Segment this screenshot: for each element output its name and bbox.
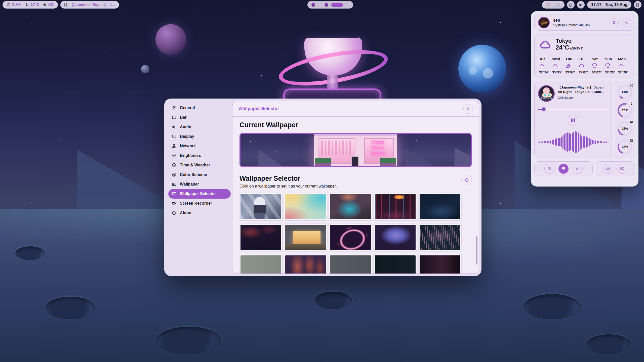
weather-timezone: (GMT+9)	[570, 47, 583, 50]
thermometer-icon	[25, 3, 29, 7]
workspace-dot-3[interactable]	[325, 3, 328, 7]
crater	[156, 327, 221, 354]
wallpaper-thumb-mesh-wave[interactable]	[419, 224, 461, 251]
wallpaper-thumb-sage-grey[interactable]	[239, 254, 282, 274]
settings-gear-button[interactable]: ⚙	[610, 18, 619, 27]
wallpaper-selector-heading: Wallpaper Selector	[239, 175, 337, 183]
top-bar: 1.8%47°C8G 【Japanese Playlist】 J... 17:1…	[0, 0, 644, 10]
wallpaper-thumb-purple-ring[interactable]	[329, 224, 372, 251]
system-tray-pill[interactable]	[542, 1, 565, 9]
crater	[523, 294, 581, 319]
wallpaper-thumb-teal-blur[interactable]	[329, 193, 372, 220]
gauge-disk: 24%	[617, 139, 633, 155]
pause-icon	[64, 3, 67, 7]
wallpaper-thumb-nebula-forest[interactable]	[374, 224, 417, 251]
balanced-button[interactable]	[558, 164, 569, 174]
sidebar-item-time-weather[interactable]: Time & Weather	[168, 160, 231, 170]
stat-gauge: 1.8%	[7, 3, 21, 7]
slider-knob[interactable]	[542, 107, 546, 111]
content-header: Wallpaper Selector ✕	[232, 101, 479, 117]
wallpaper-thumb-lofi-cafe[interactable]	[284, 224, 327, 251]
sidebar-item-wallpaper-selector[interactable]: Wallpaper Selector	[168, 189, 231, 199]
sidebar-item-display[interactable]: Display	[168, 132, 231, 141]
chip-icon	[629, 119, 634, 125]
settings-sidebar: GeneralBarAudioDisplayNetworkBrightnessT…	[168, 103, 231, 218]
wallpaper-thumb-dark-teal[interactable]	[374, 254, 417, 274]
dashboard-icon[interactable]	[634, 1, 641, 9]
clock-pill[interactable]: 17:17 - Tue, 19 Aug	[587, 1, 631, 9]
power-button[interactable]	[622, 18, 631, 27]
leaf-icon	[575, 166, 580, 171]
sidebar-item-general[interactable]: General	[168, 103, 231, 113]
sidebar-item-network[interactable]: Network	[168, 141, 231, 151]
sidebar-item-screen-recorder[interactable]: Screen Recorder	[168, 199, 231, 208]
weather-cloud-icon	[539, 39, 552, 50]
scrollbar-thumb[interactable]	[476, 236, 477, 264]
media-player-card: TOKYO L 【Japanese Playlist】 Japan All Ni…	[534, 81, 612, 158]
sliders-icon	[172, 106, 176, 110]
cloud-icon	[539, 63, 545, 69]
speaker-icon[interactable]	[577, 1, 585, 9]
image-icon	[620, 166, 625, 171]
workspace-dot-2[interactable]	[318, 3, 321, 7]
sidebar-item-audio[interactable]: Audio	[168, 122, 231, 132]
workspace-dot-4[interactable]	[331, 3, 343, 7]
cloud-icon	[552, 63, 558, 69]
screen-record-button[interactable]	[603, 164, 613, 174]
system-gauges-card: 1.8%47°C16%24%	[615, 81, 635, 158]
bell-icon[interactable]	[567, 1, 575, 9]
power-icon	[625, 21, 629, 25]
forecast-day-mon: Mon33°/26°	[618, 57, 631, 74]
workspace-indicator[interactable]	[307, 1, 353, 9]
purple-planet	[155, 24, 186, 55]
brightness-icon	[172, 153, 176, 158]
saturn-cup-art	[292, 38, 375, 85]
wallpaper-thumb-anime-crosswalk[interactable]	[239, 193, 282, 220]
settings-window: GeneralBarAudioDisplayNetworkBrightnessT…	[164, 99, 481, 276]
sidebar-item-about[interactable]: About	[168, 208, 231, 218]
album-art-text: TOKYO L	[539, 97, 554, 99]
monitor-icon	[172, 134, 176, 139]
shrimp-app-icon[interactable]	[546, 2, 551, 7]
user-name: seb	[553, 18, 606, 23]
sidebar-item-brightness[interactable]: Brightness	[168, 151, 231, 160]
disk-icon	[629, 138, 634, 143]
weather-card: Tokyo 24°C(GMT+9) Tue33°/24°Wed35°/25°Th…	[534, 34, 635, 77]
workspace-dot-5[interactable]	[346, 3, 349, 7]
close-button[interactable]: ✕	[463, 104, 473, 114]
wallpaper-thumb-autumn-trees[interactable]	[284, 254, 327, 274]
settings-content-panel: Wallpaper Selector ✕ Current Wallpaper F…	[232, 101, 479, 274]
wallpaper-thumb-dark-mountain[interactable]	[419, 193, 461, 220]
pause-button[interactable]	[568, 115, 578, 125]
wallpaper-thumb-neon-arcade[interactable]	[374, 193, 417, 220]
sidebar-item-bar[interactable]: Bar	[168, 113, 231, 122]
wallpaper-button[interactable]	[617, 164, 627, 174]
quick-actions-card	[596, 161, 635, 176]
workspace-dot-1[interactable]	[311, 3, 315, 7]
seek-slider[interactable]	[538, 107, 608, 111]
wallpaper-thumb-pastel-gradient[interactable]	[284, 193, 327, 220]
clock-icon	[172, 163, 176, 167]
image-app-icon[interactable]	[555, 2, 560, 7]
sidebar-item-color-scheme[interactable]: Color Scheme	[168, 170, 231, 179]
media-pill[interactable]: 【Japanese Playlist】 J...	[60, 1, 119, 9]
forecast-day-fri: Fri35°/26°	[578, 57, 591, 74]
forecast-day-sun: Sun33°/26°	[604, 57, 617, 74]
sidebar-item-wallpaper[interactable]: Wallpaper	[168, 179, 231, 189]
power-saver-button[interactable]	[573, 164, 583, 174]
desktop: 1.8%47°C8G 【Japanese Playlist】 J... 17:1…	[0, 0, 644, 362]
gauge-chip: 16%	[617, 120, 633, 137]
power-profile-card	[534, 161, 593, 176]
network-icon	[172, 144, 176, 148]
audio-visualizer	[538, 131, 609, 153]
performance-button[interactable]	[544, 164, 554, 174]
frame-icon	[172, 192, 176, 196]
system-stats-pill[interactable]: 1.8%47°C8G	[3, 1, 58, 9]
wallpaper-thumb-dark-plum[interactable]	[419, 254, 461, 274]
track-artist: Chill Japan.	[558, 96, 608, 100]
wallpaper-thumb-slate-grey[interactable]	[329, 254, 372, 274]
palette-icon	[172, 172, 176, 177]
refresh-button[interactable]	[461, 175, 472, 185]
wallpaper-thumb-crimson-forest[interactable]	[239, 224, 282, 251]
gauge-icon	[547, 167, 551, 171]
